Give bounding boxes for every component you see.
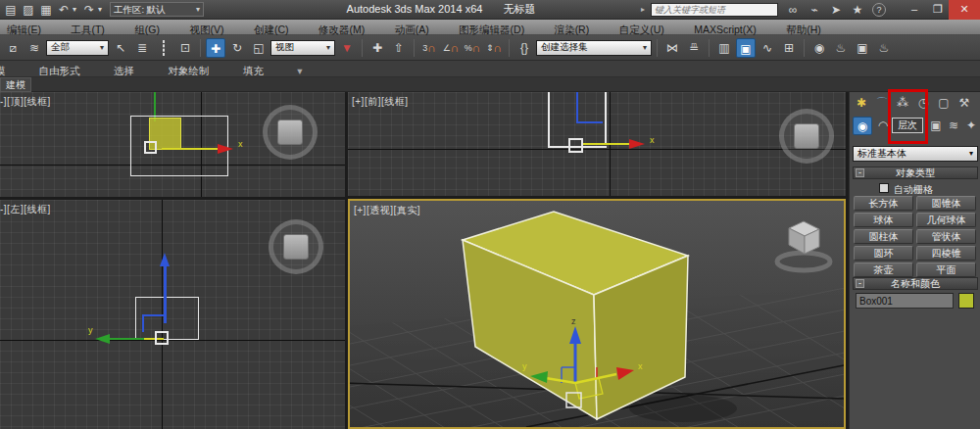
annotation-highlight xyxy=(888,89,928,144)
autogrid-checkbox[interactable] xyxy=(879,183,889,193)
redo-caret-icon[interactable]: ▾ xyxy=(96,1,104,19)
render-setup-icon[interactable]: ♨ xyxy=(831,38,851,58)
search-icon[interactable]: ∞ xyxy=(784,1,802,19)
mirror-icon[interactable]: ⋈ xyxy=(662,38,682,58)
viewport-perspective-label[interactable]: [+][透视][真实] xyxy=(354,204,420,217)
favorites-icon[interactable]: ★ xyxy=(849,1,866,19)
select-scale-icon[interactable]: ◱ xyxy=(249,38,269,58)
select-rotate-icon[interactable]: ↻ xyxy=(227,38,247,58)
primitive-plane-button[interactable]: 平面 xyxy=(916,262,976,277)
systems-category-icon[interactable]: ✦ xyxy=(961,117,980,135)
spacewarps-category-icon[interactable]: ≋ xyxy=(944,117,963,135)
collapse-icon[interactable]: - xyxy=(856,279,864,288)
search-expand-icon[interactable]: ▸ xyxy=(639,1,647,19)
spinner-snap-icon[interactable]: ⇕∩ xyxy=(484,38,504,58)
ribbon-collapse-icon[interactable]: ▾ xyxy=(297,63,302,77)
ribbon-tab-modeling[interactable]: 建模 xyxy=(0,63,5,77)
new-file-icon[interactable]: ▤ xyxy=(2,1,20,19)
select-manipulate-icon[interactable]: ✚ xyxy=(368,38,387,58)
viewport-left[interactable]: -][左][线框] y xyxy=(0,200,345,429)
reference-coordinate-dropdown[interactable]: 视图 ▾ xyxy=(270,40,335,56)
minimize-button[interactable]: – xyxy=(904,0,925,20)
primitive-pyramid-button[interactable]: 四棱锥 xyxy=(916,246,976,261)
open-file-icon[interactable]: ▨ xyxy=(20,1,37,19)
viewport-front-label[interactable]: [+][前][线框] xyxy=(352,95,409,109)
collapse-icon[interactable]: - xyxy=(856,168,864,177)
object-type-rollout[interactable]: - 对象类型 xyxy=(853,167,978,179)
viewport-perspective[interactable]: [+][透视][真实] xyxy=(348,199,846,429)
snap-toggle-icon[interactable]: 3∩ xyxy=(419,38,439,58)
curve-editor-icon[interactable]: ∿ xyxy=(758,38,777,58)
x-axis-label: x xyxy=(238,139,243,149)
primitive-teapot-button[interactable]: 茶壶 xyxy=(854,262,913,277)
display-tab-icon[interactable]: ▢ xyxy=(934,94,954,113)
create-tab-icon[interactable]: ✱ xyxy=(852,94,871,113)
primitive-cone-button[interactable]: 圆锥体 xyxy=(916,196,976,211)
primitive-cylinder-button[interactable]: 圆柱体 xyxy=(854,229,913,244)
viewport-top-label[interactable]: -][顶][线框] xyxy=(0,95,51,109)
close-button[interactable]: ✕ xyxy=(949,0,980,20)
rendered-frame-icon[interactable]: ▣ xyxy=(853,38,872,58)
object-name-field[interactable] xyxy=(856,293,954,309)
utilities-tab-icon[interactable]: ⚒ xyxy=(955,94,974,113)
z-axis-gizmo xyxy=(576,92,578,122)
magnet-icon: ∩ xyxy=(493,41,502,55)
select-link-icon[interactable]: ⧄ xyxy=(3,38,23,58)
x-axis-gizmo[interactable] xyxy=(583,143,629,145)
schematic-view-icon[interactable]: ⊞ xyxy=(779,38,799,58)
viewcube[interactable] xyxy=(779,109,834,164)
pivot-handle[interactable] xyxy=(568,138,583,153)
cameras-category-icon[interactable]: ▣ xyxy=(926,117,946,135)
select-object-icon[interactable]: ↖ xyxy=(111,38,130,58)
key-icon[interactable]: ⌁ xyxy=(806,1,823,19)
primitive-category-dropdown[interactable]: 标准基本体 ▾ xyxy=(853,146,978,162)
angle-snap-icon[interactable]: ∠∩ xyxy=(441,38,461,58)
viewport-left-label[interactable]: -][左][线框] xyxy=(0,203,51,216)
ribbon-tab-populate[interactable]: 填充 xyxy=(243,63,264,77)
primitive-geosphere-button[interactable]: 几何球体 xyxy=(916,213,976,227)
pivot-handle[interactable] xyxy=(155,331,169,345)
magnet-icon: ∩ xyxy=(472,41,481,55)
keyboard-override-icon[interactable]: ⇧ xyxy=(389,38,409,58)
use-center-icon[interactable]: ▼ xyxy=(337,38,357,58)
layers-icon[interactable]: ▥ xyxy=(714,38,734,58)
render-production-icon[interactable]: ♨ xyxy=(874,38,894,58)
edit-named-sets-icon[interactable]: {} xyxy=(514,38,534,58)
layer-manager-icon[interactable]: ▣ xyxy=(736,38,756,58)
named-selection-dropdown[interactable]: 创建选择集 ▾ xyxy=(536,40,652,56)
save-icon[interactable]: ▦ xyxy=(37,1,55,19)
primitive-tube-button[interactable]: 管状体 xyxy=(916,229,976,244)
selection-region-icon[interactable] xyxy=(154,38,173,58)
workspace-dropdown[interactable]: 工作区: 默认 ▾ xyxy=(110,2,204,17)
selection-filter-dropdown[interactable]: 全部 ▾ xyxy=(46,40,109,56)
primitive-box-button[interactable]: 长方体 xyxy=(854,196,913,211)
ribbon-tab-object-paint[interactable]: 对象绘制 xyxy=(168,63,209,77)
select-by-name-icon[interactable]: ≣ xyxy=(132,38,152,58)
align-icon[interactable]: ≞ xyxy=(684,38,704,58)
viewcube[interactable] xyxy=(269,219,323,274)
bind-spacewarp-icon[interactable]: ≋ xyxy=(24,38,44,58)
undo-caret-icon[interactable]: ▾ xyxy=(71,1,78,19)
viewport-top[interactable]: -][顶][线框] x xyxy=(0,92,345,197)
material-editor-icon[interactable]: ◉ xyxy=(809,38,829,58)
percent-snap-icon[interactable]: %∩ xyxy=(463,38,482,58)
send-icon[interactable]: ➤ xyxy=(827,1,845,19)
ribbon-panel-tab-modeling[interactable]: 建模 xyxy=(0,77,31,92)
name-color-rollout[interactable]: - 名称和颜色 xyxy=(853,277,978,290)
pivot-handle[interactable] xyxy=(144,141,157,154)
primitive-torus-button[interactable]: 圆环 xyxy=(854,246,913,261)
primitive-sphere-button[interactable]: 球体 xyxy=(854,213,913,227)
ribbon-tab-selection[interactable]: 选择 xyxy=(114,63,134,77)
viewport-front[interactable]: [+][前][线框] x xyxy=(348,92,846,196)
help-icon[interactable]: ? xyxy=(872,3,886,17)
search-input[interactable] xyxy=(651,3,778,17)
maximize-button[interactable]: ❐ xyxy=(927,0,949,20)
select-move-icon[interactable]: ✚ xyxy=(206,38,225,58)
geometry-category-icon[interactable]: ◉ xyxy=(853,117,872,135)
viewcube[interactable] xyxy=(263,105,318,160)
window-crossing-icon[interactable]: ⊡ xyxy=(175,38,195,58)
y-axis-gizmo[interactable] xyxy=(110,338,144,340)
object-color-swatch[interactable] xyxy=(958,293,974,309)
x-axis-gizmo[interactable] xyxy=(162,148,218,150)
ribbon-tab-freeform[interactable]: 自由形式 xyxy=(38,63,79,77)
